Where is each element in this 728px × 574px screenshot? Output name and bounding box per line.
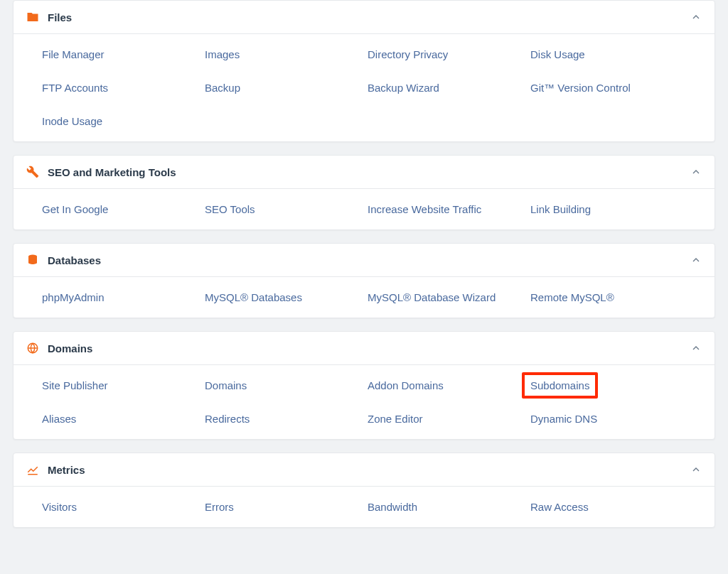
item-grid: File Manager Images Directory Privacy Di… xyxy=(42,47,686,129)
panel-header-databases[interactable]: Databases xyxy=(14,244,714,277)
panel-body-domains: Site Publisher Domains Addon Domains Sub… xyxy=(14,365,714,439)
panel-body-metrics: Visitors Errors Bandwidth Raw Access xyxy=(14,487,714,527)
link-git-version-control[interactable]: Git™ Version Control xyxy=(530,80,686,95)
link-increase-website-traffic[interactable]: Increase Website Traffic xyxy=(368,202,523,217)
link-raw-access[interactable]: Raw Access xyxy=(530,499,686,514)
chevron-up-icon xyxy=(690,464,702,475)
chevron-up-icon xyxy=(690,166,702,178)
panel-header-seo[interactable]: SEO and Marketing Tools xyxy=(14,156,714,189)
item-grid: phpMyAdmin MySQL® Databases MySQL® Datab… xyxy=(42,290,686,305)
link-file-manager[interactable]: File Manager xyxy=(42,47,198,62)
highlight-box: Subdomains xyxy=(522,372,598,399)
chevron-up-icon xyxy=(690,342,702,354)
link-domains[interactable]: Domains xyxy=(205,378,360,393)
panel-title: Metrics xyxy=(48,464,690,476)
link-subdomains[interactable]: Subdomains xyxy=(530,378,589,393)
panel-domains: Domains Site Publisher Domains Addon Dom… xyxy=(13,331,715,440)
chart-icon xyxy=(26,463,39,476)
link-backup-wizard[interactable]: Backup Wizard xyxy=(368,80,523,95)
panel-databases: Databases phpMyAdmin MySQL® Databases My… xyxy=(13,243,715,318)
panel-header-metrics[interactable]: Metrics xyxy=(14,453,714,487)
link-visitors[interactable]: Visitors xyxy=(42,499,198,514)
link-ftp-accounts[interactable]: FTP Accounts xyxy=(42,80,198,95)
link-dynamic-dns[interactable]: Dynamic DNS xyxy=(530,411,686,426)
panel-title: SEO and Marketing Tools xyxy=(48,166,690,178)
panel-body-files: File Manager Images Directory Privacy Di… xyxy=(14,34,714,141)
panel-title: Domains xyxy=(48,342,690,354)
link-remote-mysql[interactable]: Remote MySQL® xyxy=(530,290,686,305)
database-icon xyxy=(26,254,39,266)
link-backup[interactable]: Backup xyxy=(205,80,360,95)
highlight-annotation: Subdomains xyxy=(530,378,686,393)
item-grid: Visitors Errors Bandwidth Raw Access xyxy=(42,499,686,514)
link-images[interactable]: Images xyxy=(205,47,360,62)
link-zone-editor[interactable]: Zone Editor xyxy=(368,411,523,426)
link-get-in-google[interactable]: Get In Google xyxy=(42,202,198,217)
panel-body-databases: phpMyAdmin MySQL® Databases MySQL® Datab… xyxy=(14,277,714,318)
panel-metrics: Metrics Visitors Errors Bandwidth Raw Ac… xyxy=(13,453,715,528)
panel-header-domains[interactable]: Domains xyxy=(14,332,714,365)
link-mysql-database-wizard[interactable]: MySQL® Database Wizard xyxy=(368,290,523,305)
item-grid: Site Publisher Domains Addon Domains Sub… xyxy=(42,378,686,426)
panel-seo: SEO and Marketing Tools Get In Google SE… xyxy=(13,155,715,230)
item-grid: Get In Google SEO Tools Increase Website… xyxy=(42,202,686,217)
link-site-publisher[interactable]: Site Publisher xyxy=(42,378,198,393)
link-redirects[interactable]: Redirects xyxy=(205,411,360,426)
globe-icon xyxy=(26,342,39,354)
link-errors[interactable]: Errors xyxy=(205,499,360,514)
link-mysql-databases[interactable]: MySQL® Databases xyxy=(205,290,360,305)
link-bandwidth[interactable]: Bandwidth xyxy=(368,499,523,514)
panel-files: Files File Manager Images Directory Priv… xyxy=(13,0,715,142)
link-aliases[interactable]: Aliases xyxy=(42,411,198,426)
panel-body-seo: Get In Google SEO Tools Increase Website… xyxy=(14,189,714,229)
link-phpmyadmin[interactable]: phpMyAdmin xyxy=(42,290,198,305)
link-seo-tools[interactable]: SEO Tools xyxy=(205,202,360,217)
chevron-up-icon xyxy=(690,11,702,23)
folder-icon xyxy=(26,11,39,23)
link-link-building[interactable]: Link Building xyxy=(530,202,686,217)
panel-header-files[interactable]: Files xyxy=(14,1,714,34)
link-inode-usage[interactable]: Inode Usage xyxy=(42,114,198,129)
chevron-up-icon xyxy=(690,254,702,266)
panel-title: Databases xyxy=(48,254,690,266)
link-disk-usage[interactable]: Disk Usage xyxy=(530,47,686,62)
link-directory-privacy[interactable]: Directory Privacy xyxy=(368,47,523,62)
link-addon-domains[interactable]: Addon Domains xyxy=(368,378,523,393)
panel-title: Files xyxy=(48,11,690,23)
tools-icon xyxy=(26,166,39,178)
